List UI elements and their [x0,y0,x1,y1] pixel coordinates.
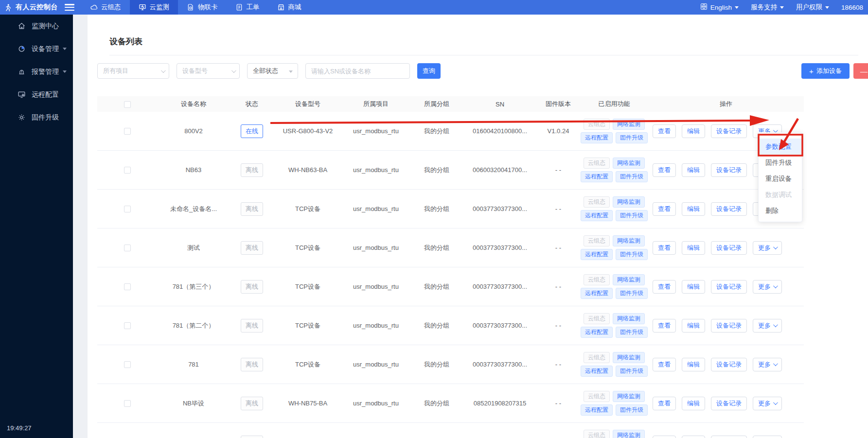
row-checkbox[interactable] [124,206,131,212]
sidebar-item-2[interactable]: 设备管理 [0,37,73,60]
sidebar-item-4[interactable]: 远程配置 [0,83,73,106]
feature-badge: 固件升级 [616,171,648,182]
edit-button[interactable]: 编辑 [682,241,705,255]
view-button[interactable]: 查看 [653,241,676,255]
menu-item-4: 数据调试 [759,187,802,203]
view-button[interactable]: 查看 [653,436,676,438]
more-button-label: 更多 [758,399,771,408]
device-record-button[interactable]: 设备记录 [711,124,747,138]
row-checkbox[interactable] [124,167,131,174]
more-button[interactable]: 更多 [753,241,782,255]
sidebar-item-3[interactable]: 报警管理 [0,60,73,83]
edit-button[interactable]: 编辑 [682,397,705,410]
device-pie-icon [18,45,26,53]
status-badge: 离线 [241,397,263,410]
select-all-checkbox[interactable] [124,101,131,108]
sidebar-item-label: 报警管理 [32,68,59,76]
model-select-value: 设备型号 [182,67,208,75]
more-button[interactable]: 更多 [753,397,782,410]
language-menu[interactable]: English [696,3,743,12]
row-checkbox[interactable] [124,400,131,407]
top-tab-1[interactable]: 云组态 [81,0,130,15]
row-checkbox[interactable] [124,245,131,251]
enabled-features: 云组态网络监测远程配置固件升级 [580,196,648,221]
device-group: 我的分组 [410,166,463,175]
device-record-button[interactable]: 设备记录 [711,397,747,410]
top-tab-4[interactable]: 工单 [227,0,268,15]
edit-button[interactable]: 编辑 [682,319,705,333]
account-number[interactable]: 186608 [837,4,867,11]
device-firmware: - - [536,283,580,290]
table-row: 781（第三个）离线TCP设备usr_modbus_rtu我的分组0003773… [97,267,804,306]
model-select[interactable]: 设备型号 [177,63,240,79]
table-row: NB毕设离线WH-NB75-BAusr_modbus_rtu我的分组085201… [97,384,804,423]
status-select[interactable]: 全部状态 [247,63,298,79]
globe-icon [700,3,708,12]
top-tab-2[interactable]: 云监测 [130,0,178,15]
device-record-button[interactable]: 设备记录 [711,280,747,294]
menu-item-5[interactable]: 删除 [759,203,802,219]
support-menu[interactable]: 服务支持 [747,3,788,12]
more-button[interactable]: 更多 [753,280,782,294]
edit-button[interactable]: 编辑 [682,124,705,138]
view-button[interactable]: 查看 [653,280,676,294]
view-button[interactable]: 查看 [653,202,676,216]
row-actions: 查看编辑设备记录更多 [648,319,804,333]
sidebar-item-5[interactable]: 固件升级 [0,106,73,129]
menu-item-1[interactable]: 参数配置 [759,139,802,155]
feature-badge: 云组态 [584,196,610,208]
more-button[interactable]: 更多 [753,358,782,371]
edit-button[interactable]: 编辑 [682,163,705,177]
view-button[interactable]: 查看 [653,397,676,410]
top-tab-label: 云监测 [150,3,170,12]
row-checkbox[interactable] [124,322,131,329]
project-select[interactable]: 所有项目 [97,63,169,79]
device-project: usr_modbus_rtu [342,205,410,212]
edit-button[interactable]: 编辑 [682,202,705,216]
chevron-down-icon [63,70,67,73]
query-button[interactable]: 查询 [417,63,441,79]
add-device-button[interactable]: + 添加设备 [801,63,850,79]
chevron-down-icon [161,68,166,73]
search-input[interactable] [305,63,410,79]
menu-item-2[interactable]: 固件升级 [759,155,802,171]
row-actions: 查看编辑设备记录更多 [648,397,804,410]
menu-item-3[interactable]: 重启设备 [759,171,802,187]
edit-button[interactable]: 编辑 [682,358,705,371]
view-button[interactable]: 查看 [653,358,676,371]
row-checkbox[interactable] [124,283,131,290]
feature-badge: 网络监测 [613,391,645,402]
row-checkbox[interactable] [124,128,131,135]
view-button[interactable]: 查看 [653,163,676,177]
device-record-button[interactable]: 设备记录 [711,241,747,255]
edit-button[interactable]: 编辑 [682,436,705,438]
sidebar-item-1[interactable]: 监测中心 [0,15,73,37]
menu-toggle-icon[interactable] [65,4,74,11]
more-button[interactable]: 更多 [753,436,782,438]
top-tab-3[interactable]: 物联卡 [178,0,227,15]
more-button[interactable]: 更多 [753,319,782,333]
brand-logo-icon [4,3,12,12]
top-tab-5[interactable]: 商城 [268,0,310,15]
device-record-button[interactable]: 设备记录 [711,358,747,371]
col-features: 已启用功能 [580,100,648,108]
table-row: NB63离线WH-NB63-BAusr_modbus_rtu我的分组006003… [97,151,804,190]
delete-device-button[interactable]: — 删除设备 [853,63,868,79]
device-sn: 085201908207315 [463,400,536,407]
device-table: 设备名称 状态 设备型号 所属项目 所属分组 SN 固件版本 已启用功能 操作 … [97,96,804,438]
device-list-page: { "topbar": { "brand": "有人云控制台", "tabs":… [0,0,868,438]
device-record-button[interactable]: 设备记录 [711,319,747,333]
view-button[interactable]: 查看 [653,124,676,138]
device-record-button[interactable]: 设备记录 [711,202,747,216]
device-record-button[interactable]: 设备记录 [711,436,747,438]
sidebar-item-label: 监测中心 [32,22,59,31]
device-sn: 00037730377300... [463,283,536,290]
main-content: 设备列表 所有项目 设备型号 全部状态 查询 + 添加设备 — 删除设备 设备名… [88,15,868,438]
view-button[interactable]: 查看 [653,319,676,333]
col-sn: SN [463,101,536,108]
device-record-button[interactable]: 设备记录 [711,163,747,177]
permission-menu[interactable]: 用户权限 [792,3,833,12]
edit-button[interactable]: 编辑 [682,280,705,294]
device-firmware: - - [536,244,580,251]
row-checkbox[interactable] [124,361,131,368]
